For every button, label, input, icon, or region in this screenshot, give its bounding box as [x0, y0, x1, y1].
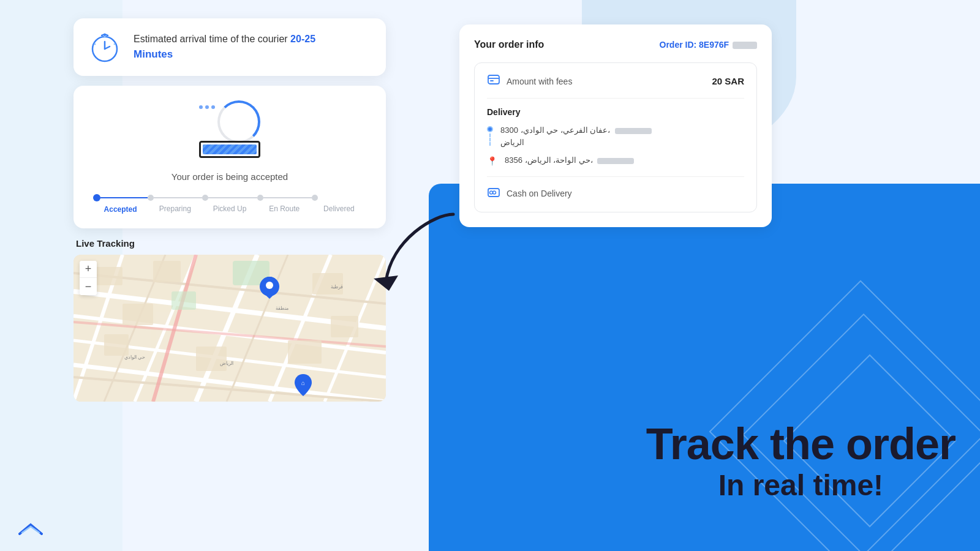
big-text: Track the order In real time!: [646, 420, 956, 502]
from-address-row: عفان الفرعي، حي الوادي، 8300، الرياض: [487, 124, 744, 148]
svg-rect-33: [331, 316, 358, 337]
dot-2: [205, 105, 209, 109]
svg-marker-48: [374, 276, 398, 291]
svg-rect-28: [153, 261, 181, 282]
delivery-icon-col-from: [487, 124, 493, 147]
step-dot-picked-up: [202, 195, 208, 201]
step-label-accepted: Accepted: [104, 205, 137, 214]
svg-text:منطقة: منطقة: [276, 305, 288, 311]
dot-3: [211, 105, 215, 109]
to-address: حي الواحة، الرياض، 8356،: [505, 154, 634, 167]
amount-icon: [487, 73, 500, 89]
step-label-delivered: Delivered: [323, 204, 355, 213]
step-accepted: Accepted: [93, 194, 148, 214]
svg-point-7: [114, 43, 116, 45]
step-dot-delivered: [312, 195, 318, 201]
svg-point-47: [493, 191, 496, 194]
big-text-sub: In real time!: [646, 468, 956, 502]
svg-rect-26: [172, 291, 196, 310]
progress-bar-visual: [193, 137, 266, 162]
step-line-2: [154, 197, 202, 198]
status-card: Your order is being accepted Accepted Pr…: [74, 86, 386, 228]
left-panel: Estimated arrival time of the courier 20…: [74, 18, 386, 402]
logo-icon: [18, 522, 43, 539]
payment-icon: [487, 186, 500, 202]
map-container: + −: [74, 255, 386, 402]
step-line-4: [263, 197, 312, 198]
delivery-title: Delivery: [487, 107, 744, 117]
step-line-3: [208, 197, 257, 198]
order-details-box: Amount with fees 20 SAR Delivery عفان ال…: [474, 62, 757, 212]
amount-label: Amount with fees: [507, 77, 572, 86]
to-address-text: حي الواحة، الرياض، 8356،: [505, 156, 593, 165]
step-dot-en-route: [257, 195, 263, 201]
to-address-blur: [597, 158, 634, 164]
amount-left: Amount with fees: [487, 73, 572, 89]
delivery-dot-from: [487, 126, 493, 132]
to-address-row: 📍 حي الواحة، الرياض، 8356،: [487, 154, 744, 167]
step-line-1: [100, 197, 148, 198]
live-tracking-section: Live Tracking + −: [74, 238, 386, 402]
eta-prefix: Estimated arrival time of the courier: [134, 34, 288, 44]
from-address-city: الرياض: [500, 138, 524, 147]
svg-rect-34: [123, 304, 153, 325]
order-info-title: Your order info: [474, 39, 544, 50]
status-label: Your order is being accepted: [172, 171, 288, 182]
from-address-text: عفان الفرعي، حي الوادي، 8300،: [500, 126, 610, 135]
map-zoom-controls: + −: [80, 261, 97, 295]
arrow-icon: [355, 190, 478, 312]
progress-steps: Accepted Preparing Picked Up: [88, 194, 371, 214]
delivery-icon-col-to: 📍: [487, 154, 497, 166]
from-address-blur: [615, 128, 652, 134]
order-id: Order ID: 8E976F: [660, 40, 758, 50]
eta-time: 20-25: [290, 34, 315, 44]
svg-text:⌂: ⌂: [301, 380, 305, 386]
eta-text: Estimated arrival time of the courier 20…: [134, 32, 315, 62]
eta-card: Estimated arrival time of the courier 20…: [74, 18, 386, 76]
zoom-in-button[interactable]: +: [80, 261, 97, 278]
svg-rect-30: [104, 334, 129, 356]
order-info-card: Your order info Order ID: 8E976F: [459, 24, 772, 227]
amount-value: 20 SAR: [712, 76, 744, 86]
progress-stripe: [203, 144, 257, 154]
delivery-pin-icon: 📍: [487, 156, 497, 166]
step-dot-accepted: [93, 194, 100, 201]
svg-point-6: [104, 36, 106, 38]
zoom-out-button[interactable]: −: [80, 278, 97, 295]
step-dot-preparing: [148, 195, 154, 201]
amount-row: Amount with fees 20 SAR: [487, 73, 744, 99]
dot-1: [199, 105, 203, 109]
live-tracking-label: Live Tracking: [74, 238, 386, 249]
from-address: عفان الفرعي، حي الوادي، 8300، الرياض: [500, 124, 652, 148]
timer-icon: [88, 31, 121, 64]
svg-text:قرطبة: قرطبة: [331, 284, 343, 290]
spinner-area: [193, 100, 266, 162]
svg-text:حي الوادي: حي الوادي: [124, 354, 145, 360]
svg-rect-31: [196, 347, 227, 371]
order-info-header: Your order info Order ID: 8E976F: [474, 39, 757, 50]
svg-text:الرياض: الرياض: [220, 361, 233, 366]
eta-unit: Minutes: [134, 47, 315, 62]
map-svg: ⌂ منطقة الرياض حي الوادي قرطبة: [74, 255, 386, 402]
step-preparing: Preparing: [148, 195, 202, 213]
payment-row: Cash on Delivery: [487, 176, 744, 202]
right-panel: Your order info Order ID: 8E976F: [459, 24, 772, 227]
delivery-dashed-line: [489, 133, 491, 146]
order-id-blur: [733, 42, 757, 49]
svg-point-36: [266, 282, 273, 289]
big-text-main: Track the order: [646, 420, 956, 468]
step-label-en-route: En Route: [269, 204, 300, 213]
step-en-route: En Route: [257, 195, 312, 213]
progress-bar-box: [199, 141, 260, 158]
step-label-preparing: Preparing: [159, 204, 191, 213]
step-label-picked-up: Picked Up: [213, 204, 247, 213]
delivery-section: Delivery عفان الفرعي، حي الوادي، 8300، ا…: [487, 107, 744, 167]
dots-loader: [199, 105, 215, 109]
svg-point-8: [94, 43, 96, 45]
order-id-text: Order ID: 8E976F: [660, 40, 729, 50]
svg-rect-32: [288, 340, 322, 364]
step-picked-up: Picked Up: [202, 195, 257, 213]
svg-rect-42: [488, 75, 499, 84]
payment-label: Cash on Delivery: [507, 189, 572, 198]
logo: [18, 522, 43, 539]
